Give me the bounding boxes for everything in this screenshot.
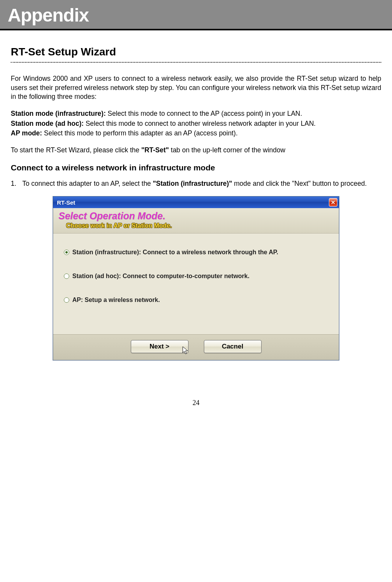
text-span: mode and click the "Next" button to proc… (232, 180, 367, 187)
section-title: RT-Set Setup Wizard (11, 46, 381, 58)
radio-option-ap[interactable]: AP: Setup a wireless network. (64, 297, 328, 304)
text-span: tab on the up-left corner of the window (169, 146, 285, 154)
mode-item: Station mode (ad hoc): Select this mode … (11, 119, 381, 128)
mode-text: Select this mode to connect to the AP (a… (106, 110, 302, 117)
option-label: Station (ad hoc): Connect to computer-to… (72, 273, 249, 280)
text-span: To start the RT-Set Wizard, please click… (11, 146, 141, 154)
page-content: RT-Set Setup Wizard For Windows 2000 and… (0, 30, 392, 360)
step-1: 1. To connect this adapter to an AP, sel… (11, 179, 381, 188)
radio-option-station-adhoc[interactable]: Station (ad hoc): Connect to computer-to… (64, 273, 328, 280)
text-bold: "RT-Set" (141, 146, 169, 154)
option-label: Station (infrastructure): Connect to a w… (72, 249, 278, 256)
cursor-icon (182, 346, 190, 355)
mode-label: AP mode: (11, 129, 42, 137)
page-title: Appendix (8, 5, 384, 26)
close-icon: ✕ (331, 199, 335, 205)
radio-icon (64, 273, 69, 279)
start-instruction: To start the RT-Set Wizard, please click… (11, 146, 381, 155)
dialog-title: RT-Set (57, 199, 75, 206)
mode-text: Select this mode to perform this adapter… (42, 129, 237, 137)
rtset-dialog: RT-Set ✕ Select Operation Mode. Choose w… (53, 196, 339, 360)
text-bold: "Station (infrastructure)" (153, 180, 232, 187)
banner-title: Select Operation Mode. (58, 210, 334, 222)
option-label: AP: Setup a wireless network. (72, 297, 160, 304)
intro-paragraph: For Windows 2000 and XP users to connect… (11, 74, 381, 102)
mode-item: Station mode (infrastructure): Select th… (11, 109, 381, 118)
close-button[interactable]: ✕ (329, 198, 337, 207)
radio-icon (64, 297, 69, 303)
step-text: To connect this adapter to an AP, select… (22, 179, 381, 188)
dialog-screenshot: RT-Set ✕ Select Operation Mode. Choose w… (11, 196, 381, 360)
page-number: 24 (0, 376, 392, 419)
button-label: Cacnel (222, 343, 244, 350)
page-header: Appendix (0, 0, 392, 30)
mode-label: Station mode (infrastructure): (11, 110, 106, 117)
subheading: Connect to a wireless network in infrast… (11, 163, 381, 172)
text-span: To connect this adapter to an AP, select… (22, 180, 153, 187)
mode-text: Select this mode to connect to another w… (84, 120, 316, 127)
step-number: 1. (11, 179, 22, 188)
next-button[interactable]: Next > (131, 340, 188, 353)
mode-list: Station mode (infrastructure): Select th… (11, 109, 381, 138)
cancel-button[interactable]: Cacnel (204, 340, 262, 353)
divider (11, 62, 381, 63)
dialog-titlebar: RT-Set ✕ (53, 197, 339, 208)
banner-subtitle: Choose work in AP or Station Mode. (58, 222, 334, 229)
button-bar: Next > Cacnel (53, 334, 339, 360)
mode-item: AP mode: Select this mode to perform thi… (11, 129, 381, 138)
dialog-banner: Select Operation Mode. Choose work in AP… (53, 208, 339, 233)
options-area: Station (infrastructure): Connect to a w… (53, 233, 339, 334)
radio-option-station-infra[interactable]: Station (infrastructure): Connect to a w… (64, 249, 328, 256)
button-label: Next > (150, 343, 170, 350)
radio-icon (64, 250, 69, 255)
mode-label: Station mode (ad hoc): (11, 120, 84, 127)
